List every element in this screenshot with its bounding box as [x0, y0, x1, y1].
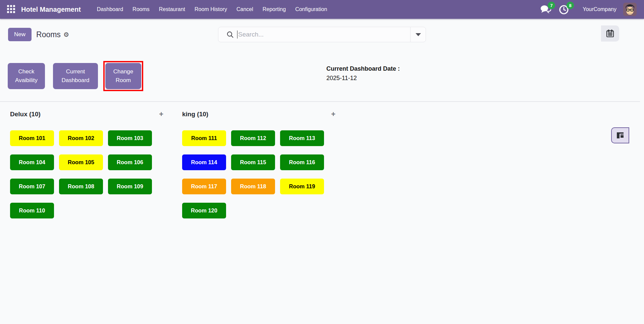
kanban-column-title: Delux (10)	[10, 111, 41, 118]
room-grid: Room 101Room 102Room 103Room 104Room 105…	[10, 130, 165, 218]
search-dropdown-toggle[interactable]	[410, 27, 426, 42]
kanban-column-header: Delux (10)+	[10, 110, 165, 119]
room-card[interactable]: Room 116	[280, 154, 324, 170]
messages-button[interactable]: 7	[540, 4, 551, 15]
change-room-highlight-box: Change Room	[103, 61, 143, 91]
room-card[interactable]: Room 109	[108, 179, 152, 194]
search-bar	[218, 27, 426, 42]
room-card[interactable]: Room 105	[59, 154, 103, 170]
room-card[interactable]: Room 106	[108, 154, 152, 170]
top-navbar: Hotel Management DashboardRoomsRestauran…	[0, 0, 644, 19]
add-record-icon[interactable]: +	[331, 111, 335, 118]
avatar-image	[623, 3, 637, 16]
room-card[interactable]: Room 111	[182, 130, 226, 146]
calendar-view-icon	[606, 29, 614, 38]
dashboard-date: Current Dashboard Date : 2025-11-12	[326, 64, 400, 83]
apps-grid-icon[interactable]	[7, 5, 16, 14]
breadcrumb: Rooms	[36, 30, 61, 39]
kanban-view-icon	[616, 132, 624, 139]
nav-item-configuration[interactable]: Configuration	[290, 4, 332, 15]
room-card[interactable]: Room 110	[10, 203, 54, 218]
check-availability-button[interactable]: Check Avaibility	[8, 63, 45, 89]
room-card[interactable]: Room 117	[182, 179, 226, 194]
room-card[interactable]: Room 102	[59, 130, 103, 146]
room-grid: Room 111Room 112Room 113Room 114Room 115…	[182, 130, 337, 218]
kanban-column-header: king (10)+	[182, 110, 337, 119]
main-menu: DashboardRoomsRestaurantRoom HistoryCanc…	[92, 4, 332, 15]
change-room-button[interactable]: Change Room	[105, 63, 141, 89]
messages-count-badge: 7	[548, 2, 555, 9]
rooms-kanban: Delux (10)+Room 101Room 102Room 103Room …	[10, 102, 354, 218]
navbar-right: 7 8 YourCompany	[540, 3, 644, 16]
new-button[interactable]: New	[8, 28, 32, 41]
search-input[interactable]	[237, 31, 410, 38]
room-card[interactable]: Room 119	[280, 179, 324, 194]
kanban-column-title: king (10)	[182, 111, 208, 118]
room-card[interactable]: Room 104	[10, 154, 54, 170]
add-record-icon[interactable]: +	[159, 111, 163, 118]
search-icon	[226, 31, 234, 38]
chevron-down-icon	[416, 33, 421, 36]
room-card[interactable]: Room 115	[231, 154, 275, 170]
room-card[interactable]: Room 108	[59, 179, 103, 194]
nav-item-restaurant[interactable]: Restaurant	[154, 4, 190, 15]
room-card[interactable]: Room 107	[10, 179, 54, 194]
kanban-view-button[interactable]	[611, 127, 629, 143]
gear-icon[interactable]: ⚙	[63, 31, 69, 38]
room-card[interactable]: Room 103	[108, 130, 152, 146]
room-card[interactable]: Room 113	[280, 130, 324, 146]
dashboard-actions: Check Avaibility Current Dashboard Chang…	[8, 61, 143, 91]
activities-count-badge: 8	[567, 2, 574, 9]
user-avatar[interactable]	[623, 3, 637, 16]
dashboard-date-value: 2025-11-12	[326, 74, 400, 83]
app-title: Hotel Management	[21, 6, 81, 13]
current-dashboard-button[interactable]: Current Dashboard	[53, 63, 98, 89]
kanban-column: Delux (10)+Room 101Room 102Room 103Room …	[10, 102, 165, 218]
nav-item-dashboard[interactable]: Dashboard	[92, 4, 128, 15]
control-panel: New Rooms ⚙	[0, 19, 644, 44]
calendar-view-button[interactable]	[601, 25, 619, 42]
dashboard-date-label: Current Dashboard Date :	[326, 64, 400, 74]
room-card[interactable]: Room 101	[10, 130, 54, 146]
view-switcher	[601, 25, 619, 42]
nav-item-cancel[interactable]: Cancel	[232, 4, 258, 15]
nav-item-room-history[interactable]: Room History	[190, 4, 232, 15]
kanban-column: king (10)+Room 111Room 112Room 113Room 1…	[182, 102, 337, 218]
nav-item-rooms[interactable]: Rooms	[128, 4, 154, 15]
room-card[interactable]: Room 112	[231, 130, 275, 146]
company-switcher[interactable]: YourCompany	[583, 6, 616, 12]
room-card[interactable]: Room 120	[182, 203, 226, 218]
room-card[interactable]: Room 114	[182, 154, 226, 170]
room-card[interactable]: Room 118	[231, 179, 275, 194]
nav-item-reporting[interactable]: Reporting	[258, 4, 290, 15]
activities-button[interactable]: 8	[558, 4, 570, 15]
